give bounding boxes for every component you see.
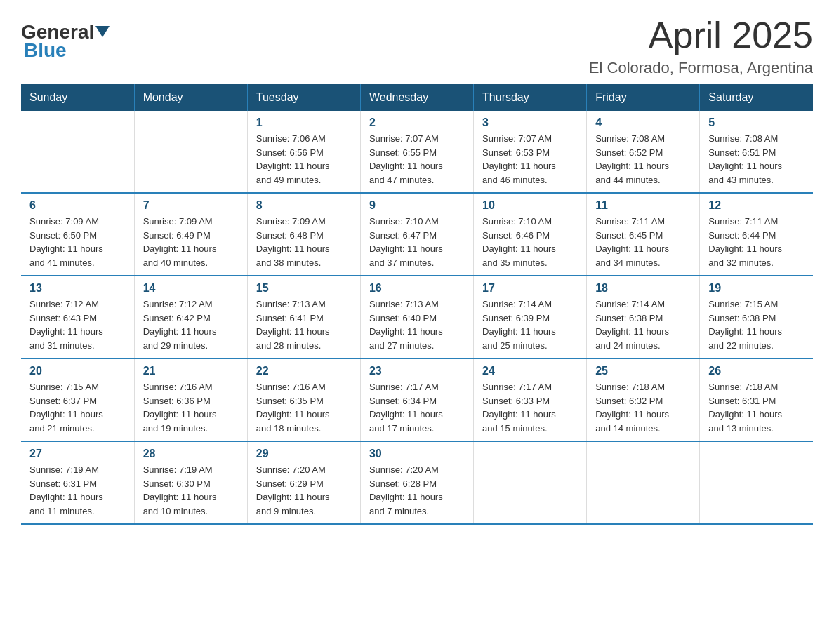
day-number: 9 [369, 199, 465, 212]
day-number: 21 [143, 365, 239, 377]
day-info: Sunrise: 7:08 AMSunset: 6:52 PMDaylight:… [595, 132, 691, 187]
day-number: 16 [369, 282, 465, 295]
day-number: 17 [482, 282, 578, 295]
day-number: 1 [256, 116, 352, 129]
logo: General Blue [21, 21, 110, 62]
day-info: Sunrise: 7:20 AMSunset: 6:28 PMDaylight:… [369, 463, 465, 518]
day-number: 14 [143, 282, 239, 295]
day-info: Sunrise: 7:16 AMSunset: 6:35 PMDaylight:… [256, 380, 352, 435]
day-info: Sunrise: 7:14 AMSunset: 6:39 PMDaylight:… [482, 297, 578, 352]
calendar-cell: 28Sunrise: 7:19 AMSunset: 6:30 PMDayligh… [134, 441, 247, 524]
day-number: 23 [369, 365, 465, 377]
day-info: Sunrise: 7:20 AMSunset: 6:29 PMDaylight:… [256, 463, 352, 518]
day-info: Sunrise: 7:07 AMSunset: 6:55 PMDaylight:… [369, 132, 465, 187]
day-number: 7 [143, 199, 239, 212]
day-info: Sunrise: 7:13 AMSunset: 6:40 PMDaylight:… [369, 297, 465, 352]
day-info: Sunrise: 7:17 AMSunset: 6:33 PMDaylight:… [482, 380, 578, 435]
day-info: Sunrise: 7:09 AMSunset: 6:49 PMDaylight:… [143, 215, 239, 269]
day-number: 20 [29, 365, 126, 377]
calendar-cell: 6Sunrise: 7:09 AMSunset: 6:50 PMDaylight… [21, 193, 134, 276]
day-number: 26 [708, 365, 805, 377]
calendar-cell: 21Sunrise: 7:16 AMSunset: 6:36 PMDayligh… [134, 358, 247, 441]
day-info: Sunrise: 7:15 AMSunset: 6:38 PMDaylight:… [708, 297, 805, 352]
calendar-cell [474, 441, 587, 524]
calendar-cell: 25Sunrise: 7:18 AMSunset: 6:32 PMDayligh… [587, 358, 700, 441]
calendar-week-row: 27Sunrise: 7:19 AMSunset: 6:31 PMDayligh… [21, 441, 813, 524]
calendar-week-row: 6Sunrise: 7:09 AMSunset: 6:50 PMDaylight… [21, 193, 813, 276]
day-number: 24 [482, 365, 578, 377]
calendar-body: 1Sunrise: 7:06 AMSunset: 6:56 PMDaylight… [21, 111, 813, 524]
day-info: Sunrise: 7:08 AMSunset: 6:51 PMDaylight:… [708, 132, 805, 187]
day-info: Sunrise: 7:15 AMSunset: 6:37 PMDaylight:… [29, 380, 126, 435]
weekday-header-monday: Monday [134, 84, 247, 111]
calendar-cell [134, 111, 247, 193]
calendar-cell [21, 111, 134, 193]
calendar-cell: 23Sunrise: 7:17 AMSunset: 6:34 PMDayligh… [360, 358, 473, 441]
day-number: 10 [482, 199, 578, 212]
calendar-cell: 4Sunrise: 7:08 AMSunset: 6:52 PMDaylight… [587, 111, 700, 193]
calendar-cell: 2Sunrise: 7:07 AMSunset: 6:55 PMDaylight… [360, 111, 473, 193]
weekday-header-friday: Friday [587, 84, 700, 111]
day-number: 29 [256, 448, 352, 460]
day-info: Sunrise: 7:12 AMSunset: 6:42 PMDaylight:… [143, 297, 239, 352]
day-info: Sunrise: 7:12 AMSunset: 6:43 PMDaylight:… [29, 297, 126, 352]
day-number: 12 [708, 199, 805, 212]
weekday-header-row: SundayMondayTuesdayWednesdayThursdayFrid… [21, 84, 813, 111]
weekday-header-wednesday: Wednesday [360, 84, 473, 111]
day-number: 4 [595, 116, 691, 129]
day-info: Sunrise: 7:07 AMSunset: 6:53 PMDaylight:… [482, 132, 578, 187]
page-header: General Blue April 2025 El Colorado, For… [21, 14, 813, 77]
calendar-table: SundayMondayTuesdayWednesdayThursdayFrid… [21, 84, 813, 525]
calendar-cell: 8Sunrise: 7:09 AMSunset: 6:48 PMDaylight… [247, 193, 360, 276]
day-info: Sunrise: 7:18 AMSunset: 6:32 PMDaylight:… [595, 380, 691, 435]
calendar-week-row: 13Sunrise: 7:12 AMSunset: 6:43 PMDayligh… [21, 276, 813, 358]
calendar-cell: 19Sunrise: 7:15 AMSunset: 6:38 PMDayligh… [700, 276, 813, 358]
day-number: 30 [369, 448, 465, 460]
day-number: 18 [595, 282, 691, 295]
calendar-cell: 16Sunrise: 7:13 AMSunset: 6:40 PMDayligh… [360, 276, 473, 358]
day-info: Sunrise: 7:11 AMSunset: 6:45 PMDaylight:… [595, 215, 691, 269]
day-number: 2 [369, 116, 465, 129]
calendar-cell: 14Sunrise: 7:12 AMSunset: 6:42 PMDayligh… [134, 276, 247, 358]
calendar-cell: 7Sunrise: 7:09 AMSunset: 6:49 PMDaylight… [134, 193, 247, 276]
day-number: 3 [482, 116, 578, 129]
calendar-cell: 3Sunrise: 7:07 AMSunset: 6:53 PMDaylight… [474, 111, 587, 193]
day-info: Sunrise: 7:19 AMSunset: 6:31 PMDaylight:… [29, 463, 126, 518]
day-info: Sunrise: 7:11 AMSunset: 6:44 PMDaylight:… [708, 215, 805, 269]
calendar-cell: 13Sunrise: 7:12 AMSunset: 6:43 PMDayligh… [21, 276, 134, 358]
calendar-cell: 5Sunrise: 7:08 AMSunset: 6:51 PMDaylight… [700, 111, 813, 193]
calendar-cell [587, 441, 700, 524]
weekday-header-tuesday: Tuesday [247, 84, 360, 111]
day-number: 13 [29, 282, 126, 295]
day-info: Sunrise: 7:17 AMSunset: 6:34 PMDaylight:… [369, 380, 465, 435]
calendar-cell: 20Sunrise: 7:15 AMSunset: 6:37 PMDayligh… [21, 358, 134, 441]
weekday-header-saturday: Saturday [700, 84, 813, 111]
day-number: 6 [29, 199, 126, 212]
day-number: 25 [595, 365, 691, 377]
calendar-cell [700, 441, 813, 524]
calendar-week-row: 1Sunrise: 7:06 AMSunset: 6:56 PMDaylight… [21, 111, 813, 193]
calendar-cell: 30Sunrise: 7:20 AMSunset: 6:28 PMDayligh… [360, 441, 473, 524]
calendar-header: SundayMondayTuesdayWednesdayThursdayFrid… [21, 84, 813, 111]
calendar-cell: 27Sunrise: 7:19 AMSunset: 6:31 PMDayligh… [21, 441, 134, 524]
calendar-cell: 22Sunrise: 7:16 AMSunset: 6:35 PMDayligh… [247, 358, 360, 441]
calendar-subtitle: El Colorado, Formosa, Argentina [589, 59, 813, 77]
day-info: Sunrise: 7:16 AMSunset: 6:36 PMDaylight:… [143, 380, 239, 435]
calendar-title: April 2025 [589, 14, 813, 56]
calendar-cell: 18Sunrise: 7:14 AMSunset: 6:38 PMDayligh… [587, 276, 700, 358]
day-info: Sunrise: 7:09 AMSunset: 6:48 PMDaylight:… [256, 215, 352, 269]
day-info: Sunrise: 7:19 AMSunset: 6:30 PMDaylight:… [143, 463, 239, 518]
title-section: April 2025 El Colorado, Formosa, Argenti… [589, 14, 813, 77]
weekday-header-thursday: Thursday [474, 84, 587, 111]
calendar-cell: 15Sunrise: 7:13 AMSunset: 6:41 PMDayligh… [247, 276, 360, 358]
calendar-cell: 24Sunrise: 7:17 AMSunset: 6:33 PMDayligh… [474, 358, 587, 441]
day-info: Sunrise: 7:09 AMSunset: 6:50 PMDaylight:… [29, 215, 126, 269]
day-number: 8 [256, 199, 352, 212]
calendar-cell: 10Sunrise: 7:10 AMSunset: 6:46 PMDayligh… [474, 193, 587, 276]
calendar-cell: 11Sunrise: 7:11 AMSunset: 6:45 PMDayligh… [587, 193, 700, 276]
calendar-cell: 9Sunrise: 7:10 AMSunset: 6:47 PMDaylight… [360, 193, 473, 276]
day-number: 11 [595, 199, 691, 212]
day-info: Sunrise: 7:10 AMSunset: 6:46 PMDaylight:… [482, 215, 578, 269]
logo-arrow-icon [95, 26, 110, 37]
day-number: 19 [708, 282, 805, 295]
